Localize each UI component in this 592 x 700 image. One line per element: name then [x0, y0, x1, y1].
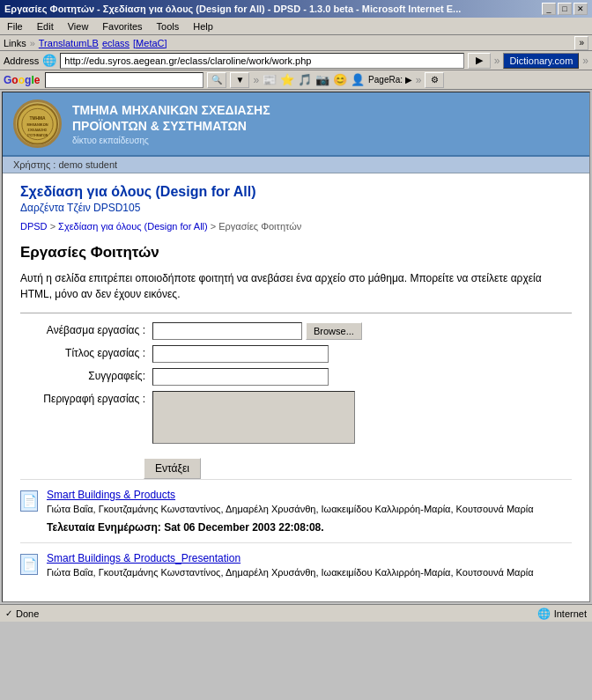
file-authors-1: Γιώτα Βαΐα, Γκουτζαμάνης Κωνσταντίνος, Δ… [47, 503, 572, 516]
dictionary-button[interactable]: Dictionary.com [503, 53, 579, 69]
page-description: Αυτή η σελίδα επιτρέπει οποιοδήποτε φοιτ… [20, 270, 572, 302]
status-text: Done [16, 608, 39, 619]
form-row-upload: Ανέβασμα εργασίας : Browse... [29, 322, 572, 340]
form-row-author: Συγγραφείς: [29, 368, 572, 386]
form-row-desc: Περιγραφή εργασίας : [29, 391, 572, 444]
file-link-2[interactable]: Smart Buildings & Products_Presentation [47, 552, 240, 564]
file-authors-2: Γιώτα Βαΐα, Γκουτζαμάνης Κωνσταντίνος, Δ… [47, 566, 572, 579]
title-label: Τίτλος εργασίας : [29, 345, 152, 359]
internet-icon: 🌐 [537, 608, 551, 620]
address-bar: Address 🌐 ▶ » Dictionary.com » [0, 51, 592, 70]
svg-text:ΣΧΕΔΙΑΣΗΣ: ΣΧΕΔΙΑΣΗΣ [28, 127, 48, 131]
google-toolbar: Google 🔍 ▼ » 📰 ⭐ 🎵 📷 😊 👤 PageRa: ▶ » ⚙ [0, 70, 592, 90]
dept-info: ΤΜΗΜΑ ΜΗΧΑΝΙΚΩΝ ΣΧΕΔΙΑΣΗΣ ΠΡΟΪΟΝΤΩΝ & ΣΥ… [72, 102, 270, 145]
dept-header: ΤΜΗΜΑ ΜΗΧΑΝΙΚΩΝ ΣΧΕΔΙΑΣΗΣ ΣΥΣΤΗΜΑΤΩΝ ΤΜΗ… [3, 92, 589, 157]
eclass-link[interactable]: eclass [102, 38, 130, 48]
form-row-title: Τίτλος εργασίας : [29, 345, 572, 363]
minimize-button[interactable]: _ [542, 3, 556, 15]
dept-name-line1: ΤΜΗΜΑ ΜΗΧΑΝΙΚΩΝ ΣΧΕΔΙΑΣΗΣ [72, 102, 270, 118]
course-title: Σχεδίαση για όλους (Design for All) [20, 184, 572, 200]
window-title: Εργασίες Φοιτητών - Σχεδίαση για όλους (… [4, 4, 461, 14]
breadcrumb-current: Εργασίες Φοιτητών [218, 221, 301, 232]
user-bar: Χρήστης : demo student [3, 157, 589, 173]
google-extra-btn[interactable]: ⚙ [425, 72, 444, 88]
menu-edit[interactable]: Edit [30, 19, 61, 33]
google-options-button[interactable]: ▼ [230, 72, 249, 88]
status-bar: ✓ Done 🌐 Internet [0, 604, 592, 622]
close-button[interactable]: ✕ [574, 3, 588, 15]
svg-text:ΣΥΣΤΗΜΑΤΩΝ: ΣΥΣΤΗΜΑΤΩΝ [27, 133, 48, 136]
metac-link[interactable]: [MetaC] [133, 38, 167, 48]
menu-view[interactable]: View [61, 19, 96, 33]
form-table: Ανέβασμα εργασίας : Browse... Τίτλος εργ… [29, 322, 572, 444]
window-controls: _ □ ✕ [542, 3, 588, 15]
file-icon-1 [20, 490, 38, 512]
links-label: Links [4, 38, 26, 48]
breadcrumb-dpsd[interactable]: DPSD [20, 221, 48, 232]
upload-form: Ανέβασμα εργασίας : Browse... Τίτλος εργ… [20, 322, 572, 479]
file-details-1: Smart Buildings & Products Γιώτα Βαΐα, Γ… [47, 489, 572, 534]
page-content: Σχεδίαση για όλους (Design for All) Δαρζ… [3, 173, 589, 600]
dept-name-line2: ΠΡΟΪΟΝΤΩΝ & ΣΥΣΤΗΜΑΤΩΝ [72, 118, 270, 134]
browser-content: ΤΜΗΜΑ ΜΗΧΑΝΙΚΩΝ ΣΧΕΔΙΑΣΗΣ ΣΥΣΤΗΜΑΤΩΝ ΤΜΗ… [2, 92, 590, 602]
file-details-2: Smart Buildings & Products_Presentation … [47, 552, 572, 579]
pagerank-label: PageRa: ▶ [368, 75, 412, 85]
menu-file[interactable]: File [0, 19, 30, 33]
user-label: Χρήστης : demo student [13, 159, 117, 170]
browse-button[interactable]: Browse... [306, 322, 362, 340]
file-list: Smart Buildings & Products Γιώτα Βαΐα, Γ… [20, 479, 572, 589]
svg-text:ΜΗΧΑΝΙΚΩΝ: ΜΗΧΑΝΙΚΩΝ [26, 122, 48, 126]
address-input[interactable] [60, 53, 463, 69]
dept-network: δίκτυο εκπαίδευσης [72, 136, 270, 145]
page-heading: Εργασίες Φοιτητών [20, 244, 572, 262]
list-item: Smart Buildings & Products Γιώτα Βαΐα, Γ… [20, 479, 572, 542]
go-button[interactable]: ▶ [468, 53, 491, 69]
status-icon: ✓ [5, 608, 12, 618]
file-link-1[interactable]: Smart Buildings & Products [47, 489, 175, 501]
menu-tools[interactable]: Tools [150, 19, 187, 33]
google-logo: Google [4, 74, 40, 86]
maximize-button[interactable]: □ [558, 3, 572, 15]
desc-label: Περιγραφή εργασίας : [29, 391, 152, 405]
links-bar: Links » TranslatumLB eclass [MetaC] » [0, 35, 592, 51]
submit-button[interactable]: Εντάξει [144, 458, 201, 479]
svg-text:ΤΜΗΜΑ: ΤΜΗΜΑ [29, 116, 46, 121]
title-input[interactable] [152, 345, 329, 363]
internet-label: Internet [554, 608, 587, 619]
divider-1 [20, 313, 572, 313]
google-search-button[interactable]: 🔍 [207, 72, 226, 88]
author-input[interactable] [152, 368, 329, 386]
author-control [152, 368, 329, 386]
menu-favorites[interactable]: Favorites [95, 19, 149, 33]
desc-textarea[interactable] [152, 391, 355, 444]
file-icon-2 [20, 554, 38, 575]
breadcrumb-course[interactable]: Σχεδίαση για όλους (Design for All) [58, 221, 208, 232]
menu-help[interactable]: Help [186, 19, 220, 33]
title-control [152, 345, 329, 363]
dept-logo: ΤΜΗΜΑ ΜΗΧΑΝΙΚΩΝ ΣΧΕΔΙΑΣΗΣ ΣΥΣΤΗΜΑΤΩΝ [13, 99, 62, 148]
course-subtitle: Δαρζέντα Τζέιν DPSD105 [20, 202, 572, 214]
file-update-1: Τελευταία Ενημέρωση: Sat 06 December 200… [47, 521, 572, 534]
google-search-input[interactable] [45, 72, 204, 88]
author-label: Συγγραφείς: [29, 368, 152, 382]
breadcrumb: DPSD > Σχεδίαση για όλους (Design for Al… [20, 221, 572, 232]
status-left: ✓ Done [5, 608, 530, 619]
menu-bar: File Edit View Favorites Tools Help [0, 18, 592, 35]
address-label: Address [4, 55, 39, 66]
status-right: 🌐 Internet [537, 608, 587, 620]
file-input[interactable] [152, 322, 302, 340]
translatum-link[interactable]: TranslatumLB [39, 38, 99, 48]
upload-label: Ανέβασμα εργασίας : [29, 322, 152, 336]
window-title-bar: Εργασίες Φοιτητών - Σχεδίαση για όλους (… [0, 0, 592, 18]
upload-control: Browse... [152, 322, 362, 340]
list-item: Smart Buildings & Products_Presentation … [20, 542, 572, 588]
desc-control [152, 391, 355, 444]
toolbar-extra-btn[interactable]: » [574, 36, 588, 50]
